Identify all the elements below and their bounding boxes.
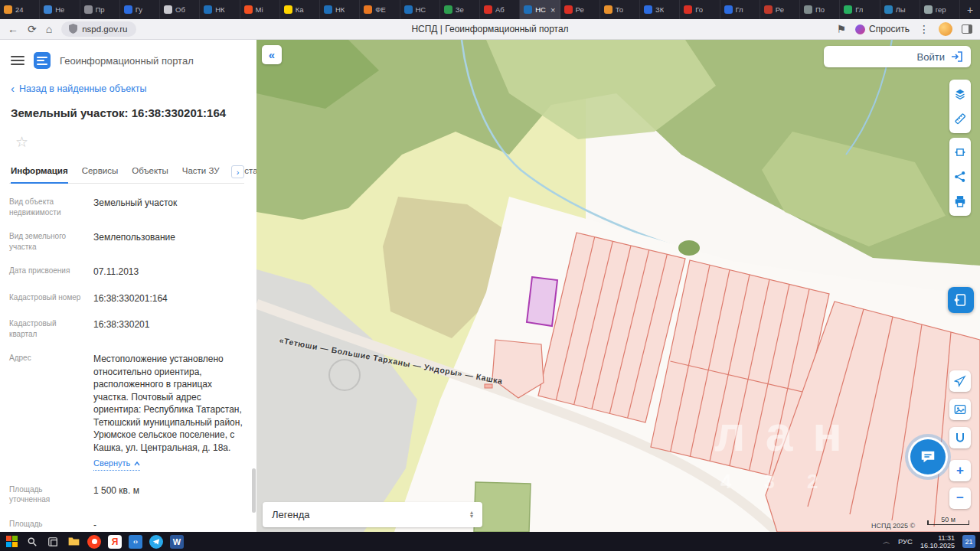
tab-favicon xyxy=(204,5,212,14)
menu-dots-icon[interactable]: ⋮ xyxy=(919,24,929,34)
file-explorer-icon[interactable] xyxy=(67,535,80,549)
browser-tab[interactable]: Об xyxy=(160,0,200,19)
scrollbar-thumb[interactable] xyxy=(252,468,256,513)
sidebar-tab[interactable]: Части ЗУ xyxy=(182,163,220,183)
field-row: Площадь уточненная1 500 кв. м xyxy=(9,478,244,512)
tab-label: ФЕ xyxy=(375,5,386,14)
sidebar-tab[interactable]: Сервисы xyxy=(82,163,119,183)
field-row: Кадастровый квартал16:38:330201 xyxy=(9,311,244,346)
browser-tab[interactable]: Гл xyxy=(720,0,760,19)
new-tab-button[interactable]: + xyxy=(960,0,980,19)
notifications-badge[interactable]: 21 xyxy=(962,535,975,548)
home-icon[interactable]: ⌂ xyxy=(46,24,52,34)
clock[interactable]: 11:31 16.10.2025 xyxy=(920,534,955,549)
transform-icon[interactable] xyxy=(949,140,971,165)
avatar[interactable] xyxy=(939,22,952,36)
print-icon[interactable] xyxy=(949,189,971,214)
tab-favicon xyxy=(564,5,573,14)
map-canvas[interactable]: лан 432 «Тетюши — Большие Тарханы — Ундо… xyxy=(256,40,980,532)
browser-tab[interactable]: Ре xyxy=(760,0,800,19)
page-title: НСПД | Геоинформационный портал xyxy=(411,24,568,34)
sidebar-scrollbar[interactable] xyxy=(252,40,256,532)
yandex-browser-icon[interactable] xyxy=(87,535,101,549)
tab-label: гер xyxy=(936,5,946,14)
browser-tab[interactable]: НК xyxy=(320,0,360,19)
word-icon[interactable]: W xyxy=(170,535,184,549)
ask-assistant-button[interactable]: Спросить xyxy=(855,24,910,34)
reload-icon[interactable]: ⟳ xyxy=(28,24,37,34)
browser-tab[interactable]: 24 xyxy=(0,0,40,19)
sidebar-tabs: ИнформацияСервисыОбъектыЧасти ЗУСоста› xyxy=(9,163,244,184)
field-label: Дата присвоения xyxy=(9,266,83,279)
zoom-out-button[interactable]: − xyxy=(949,487,971,509)
tray-expand-icon[interactable]: ︿ xyxy=(883,536,890,547)
collapse-address-link[interactable]: Свернуть xyxy=(93,458,140,470)
collapse-sidebar-button[interactable]: « xyxy=(262,45,282,64)
browser-tab[interactable]: Не xyxy=(40,0,80,19)
yandex-icon[interactable]: Я xyxy=(108,535,122,549)
share-icon[interactable] xyxy=(949,165,971,189)
address-bar[interactable]: nspd.gov.ru xyxy=(61,21,136,37)
tab-label: То xyxy=(616,5,623,14)
sidebar-tab[interactable]: Объекты xyxy=(132,163,168,183)
browser-tab[interactable]: НС xyxy=(400,0,440,19)
ruler-icon[interactable] xyxy=(949,106,971,131)
map-toolbar-mid xyxy=(949,138,971,216)
telegram-icon[interactable] xyxy=(149,535,163,549)
sidebar-panel-icon[interactable] xyxy=(962,24,972,34)
magnet-icon[interactable] xyxy=(949,427,971,448)
browser-tab[interactable]: Гу xyxy=(120,0,160,19)
browser-tab[interactable]: НК xyxy=(200,0,240,19)
start-button[interactable] xyxy=(5,535,18,549)
vscode-icon[interactable]: ‹› xyxy=(129,535,142,549)
favorite-star-icon[interactable]: ☆ xyxy=(9,121,244,154)
locate-icon[interactable] xyxy=(949,370,971,392)
login-button[interactable]: Войти xyxy=(824,46,971,67)
tab-favicon xyxy=(644,5,652,14)
language-indicator[interactable]: РУС xyxy=(898,537,913,546)
browser-tab[interactable]: НС× xyxy=(520,0,560,19)
tab-label: Гл xyxy=(736,5,743,14)
browser-tab[interactable]: Ре xyxy=(560,0,600,19)
browser-tab[interactable]: Ка xyxy=(280,0,320,19)
browser-tab[interactable]: Аб xyxy=(480,0,520,19)
hamburger-menu-icon[interactable] xyxy=(11,56,24,65)
tabs-overflow-button[interactable]: › xyxy=(231,165,244,178)
browser-tab[interactable]: ЗК xyxy=(640,0,680,19)
assistant-icon xyxy=(855,24,865,34)
task-view-icon[interactable] xyxy=(46,535,60,549)
browser-tab[interactable]: По xyxy=(800,0,840,19)
back-to-results-link[interactable]: ‹ Назад в найденные объекты xyxy=(9,77,244,96)
browser-tab[interactable]: ФЕ xyxy=(360,0,400,19)
login-icon xyxy=(951,51,963,62)
tab-label: Зе xyxy=(456,5,464,14)
field-label: Вид земельного участка xyxy=(9,231,83,252)
browser-tab[interactable]: Зе xyxy=(440,0,480,19)
screenshot-icon[interactable] xyxy=(949,399,971,420)
tab-label: Ре xyxy=(776,5,784,14)
quick-panel-button[interactable] xyxy=(948,287,974,313)
sidebar-tab[interactable]: Информация xyxy=(11,163,68,184)
browser-tab[interactable]: Mi xyxy=(240,0,280,19)
browser-tab[interactable]: Лы xyxy=(880,0,920,19)
bookmark-flag-icon[interactable]: ⚑ xyxy=(836,24,846,34)
browser-tab[interactable]: гер xyxy=(920,0,960,19)
search-icon[interactable] xyxy=(25,535,39,549)
tab-close-icon[interactable]: × xyxy=(550,5,555,15)
selected-parcel[interactable] xyxy=(527,277,557,326)
back-icon[interactable]: ← xyxy=(8,24,18,34)
chat-button[interactable] xyxy=(910,439,946,474)
browser-tab[interactable]: Гл xyxy=(840,0,880,19)
layers-icon[interactable] xyxy=(949,82,971,106)
tab-favicon xyxy=(604,5,612,14)
system-tray: ︿ РУС 11:31 16.10.2025 21 xyxy=(883,534,975,549)
field-value: 16:38:330201 xyxy=(93,318,244,339)
browser-tab[interactable]: Пр xyxy=(80,0,120,19)
legend-panel[interactable]: Легенда ▴▾ xyxy=(263,502,482,527)
legend-collapse-icon[interactable]: ▴▾ xyxy=(470,511,473,519)
browser-tab[interactable]: То xyxy=(600,0,640,19)
browser-tab[interactable]: Го xyxy=(680,0,720,19)
field-value: 07.11.2013 xyxy=(93,266,244,279)
zoom-in-button[interactable]: + xyxy=(949,460,971,481)
tab-favicon xyxy=(484,5,492,14)
